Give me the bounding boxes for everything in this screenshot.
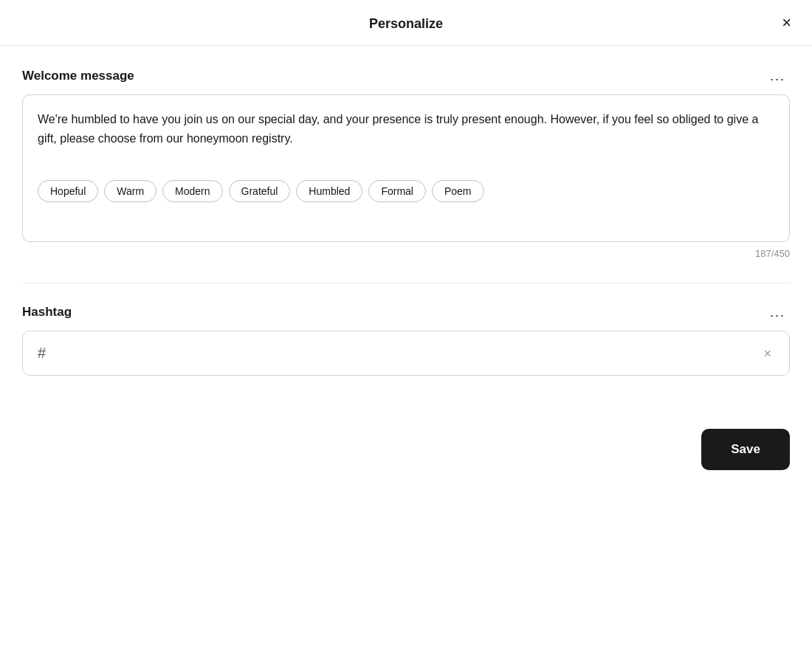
hashtag-content: # bbox=[38, 345, 760, 362]
welcome-message-text: We're humbled to have you join us on our… bbox=[38, 110, 774, 148]
hashtag-section-header: Hashtag ... bbox=[22, 304, 790, 320]
hashtag-section-title: Hashtag bbox=[22, 305, 72, 320]
tone-chips-container: HopefulWarmModernGratefulHumbledFormalPo… bbox=[38, 168, 774, 202]
hashtag-more-button[interactable]: ... bbox=[765, 304, 790, 320]
message-box: We're humbled to have you join us on our… bbox=[22, 94, 790, 242]
hashtag-section: Hashtag ... # × bbox=[22, 304, 790, 376]
save-button[interactable]: Save bbox=[701, 429, 790, 470]
tone-chip[interactable]: Humbled bbox=[296, 180, 362, 202]
welcome-message-section: Welcome message ... We're humbled to hav… bbox=[22, 68, 790, 259]
personalize-modal: Personalize × Welcome message ... We're … bbox=[0, 0, 812, 648]
hashtag-box: # × bbox=[22, 331, 790, 376]
hashtag-input[interactable] bbox=[50, 347, 760, 360]
tone-chip[interactable]: Modern bbox=[162, 180, 222, 202]
close-button[interactable]: × bbox=[779, 12, 794, 34]
tone-chip[interactable]: Warm bbox=[104, 180, 156, 202]
modal-body: Welcome message ... We're humbled to hav… bbox=[0, 46, 812, 417]
tone-chip[interactable]: Formal bbox=[368, 180, 426, 202]
tone-chip[interactable]: Poem bbox=[432, 180, 484, 202]
modal-footer: Save bbox=[0, 417, 812, 488]
modal-header: Personalize × bbox=[0, 0, 812, 46]
char-count: 187/450 bbox=[22, 248, 790, 259]
hashtag-clear-button[interactable]: × bbox=[760, 347, 774, 360]
hashtag-symbol: # bbox=[38, 345, 46, 362]
tone-chip[interactable]: Grateful bbox=[229, 180, 291, 202]
welcome-section-header: Welcome message ... bbox=[22, 68, 790, 84]
welcome-section-title: Welcome message bbox=[22, 69, 134, 83]
modal-title: Personalize bbox=[369, 16, 443, 32]
section-divider bbox=[22, 283, 790, 283]
welcome-more-button[interactable]: ... bbox=[765, 68, 790, 84]
tone-chip[interactable]: Hopeful bbox=[38, 180, 98, 202]
